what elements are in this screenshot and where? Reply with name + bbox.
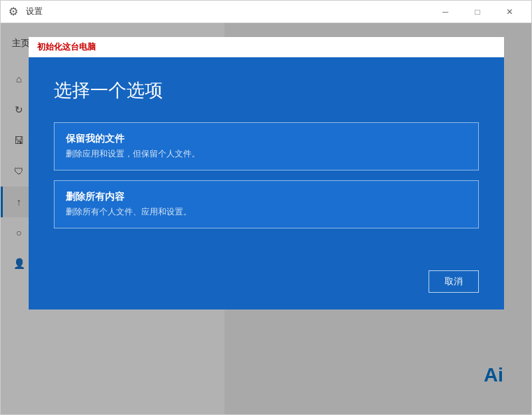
reset-pc-dialog: 初始化这台电脑 选择一个选项 保留我的文件 删除应用和设置，但保留个人文件。 删… bbox=[29, 37, 504, 310]
app-icon: ⚙ bbox=[6, 5, 20, 19]
delete-all-button[interactable]: 删除所有内容 删除所有个人文件、应用和设置。 bbox=[54, 180, 479, 228]
dialog-overlay: 初始化这台电脑 选择一个选项 保留我的文件 删除应用和设置，但保留个人文件。 删… bbox=[1, 23, 531, 414]
minimize-button[interactable]: ─ bbox=[429, 1, 461, 23]
dialog-header-text: 初始化这台电脑 bbox=[37, 42, 96, 52]
dialog-body: 选择一个选项 保留我的文件 删除应用和设置，但保留个人文件。 删除所有内容 删除… bbox=[29, 57, 504, 259]
dialog-footer: 取消 bbox=[29, 259, 504, 310]
delete-all-title: 删除所有内容 bbox=[66, 191, 467, 203]
titlebar: ⚙ 设置 ─ □ ✕ bbox=[1, 1, 531, 23]
window-title: 设置 bbox=[26, 6, 429, 17]
cancel-button[interactable]: 取消 bbox=[429, 270, 479, 293]
close-button[interactable]: ✕ bbox=[494, 1, 526, 23]
keep-files-title: 保留我的文件 bbox=[66, 133, 467, 145]
dialog-header: 初始化这台电脑 bbox=[29, 37, 504, 57]
delete-all-desc: 删除所有个人文件、应用和设置。 bbox=[66, 206, 467, 218]
keep-files-desc: 删除应用和设置，但保留个人文件。 bbox=[66, 148, 467, 160]
dialog-title: 选择一个选项 bbox=[54, 78, 479, 103]
keep-files-button[interactable]: 保留我的文件 删除应用和设置，但保留个人文件。 bbox=[54, 122, 479, 170]
window-controls: ─ □ ✕ bbox=[429, 1, 526, 23]
main-window: ⚙ 设置 ─ □ ✕ 主页 ⌂ 主页 ↻ 更新 🖫 bbox=[0, 0, 532, 415]
maximize-button[interactable]: □ bbox=[461, 1, 494, 23]
